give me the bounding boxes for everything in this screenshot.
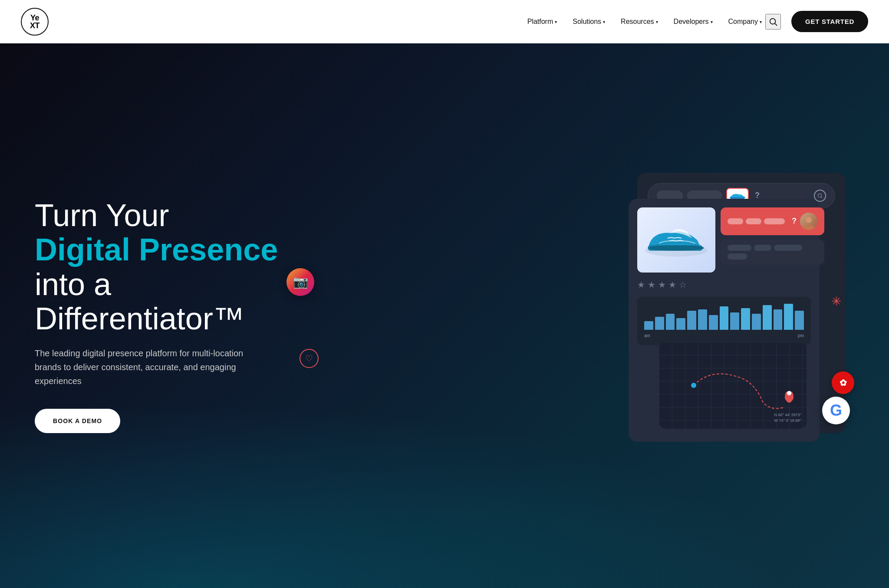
query-card-red: ? xyxy=(721,207,824,235)
gray-pill-3 xyxy=(774,245,802,251)
logo-text: Ye XT xyxy=(30,14,40,30)
search-button[interactable] xyxy=(765,14,781,30)
chart-label-pm: pm xyxy=(798,333,804,338)
red-pill-2 xyxy=(746,218,761,224)
chart-bars xyxy=(644,304,804,330)
star-4: ★ xyxy=(668,279,676,290)
chart-bar-2 xyxy=(655,317,664,330)
search-icon xyxy=(768,17,778,26)
question-white: ? xyxy=(792,217,797,226)
shoe-image xyxy=(637,207,715,273)
map-coordinates: N 60° 44' 2973" W 74° 0' 18.88" xyxy=(774,412,801,423)
search-circle-icon xyxy=(814,190,826,202)
nav-item-solutions[interactable]: Solutions ▾ xyxy=(573,18,605,26)
navigation: Ye XT Platform ▾ Solutions ▾ Resources ▾ xyxy=(0,0,889,43)
star-3: ★ xyxy=(658,279,666,290)
hero-subtitle: The leading digital presence platform fo… xyxy=(35,346,260,388)
chart-bar-9 xyxy=(730,312,739,330)
search-loop-icon xyxy=(817,193,823,199)
chart-bar-7 xyxy=(709,315,718,329)
chevron-down-icon: ▾ xyxy=(711,20,713,24)
nav-links: Platform ▾ Solutions ▾ Resources ▾ Devel… xyxy=(527,18,762,26)
map-coord-2: W 74° 0' 18.88" xyxy=(774,418,801,424)
chart-bar-11 xyxy=(752,314,761,330)
svg-point-11 xyxy=(691,383,696,388)
chart-bar-12 xyxy=(763,305,772,330)
chart-bar-13 xyxy=(774,309,783,330)
logo[interactable]: Ye XT xyxy=(21,8,49,36)
hero-illustration: 📷 ? xyxy=(295,164,854,468)
yelp-icon: ✿ xyxy=(840,378,847,388)
title-line2-highlight: Digital Presence xyxy=(35,232,278,267)
get-started-button[interactable]: GET STARTED xyxy=(791,11,868,32)
star-5: ☆ xyxy=(679,279,687,290)
logo-circle: Ye XT xyxy=(21,8,49,36)
svg-point-12 xyxy=(787,391,791,395)
star-2: ★ xyxy=(648,279,655,290)
star-1: ★ xyxy=(637,279,645,290)
person-avatar xyxy=(800,213,817,230)
svg-point-4 xyxy=(818,194,821,197)
chart-label-am: am xyxy=(644,333,650,338)
chevron-down-icon: ▾ xyxy=(656,20,658,24)
nav-item-platform[interactable]: Platform ▾ xyxy=(527,18,557,26)
gray-pill-4 xyxy=(728,253,747,260)
chart-bar-1 xyxy=(644,321,653,330)
nav-item-company[interactable]: Company ▾ xyxy=(728,18,762,26)
red-pill-1 xyxy=(728,218,743,224)
svg-point-0 xyxy=(770,18,776,24)
heart-icon: ♡ xyxy=(300,349,319,368)
chevron-down-icon: ▾ xyxy=(603,20,605,24)
shoe-product-svg xyxy=(642,218,711,262)
hero-title: Turn Your Digital Presence into a Differ… xyxy=(35,198,295,336)
svg-rect-3 xyxy=(730,197,744,199)
avatar-svg xyxy=(801,214,817,230)
query-card-gray xyxy=(721,240,824,265)
nav-item-developers[interactable]: Developers ▾ xyxy=(674,18,713,26)
chart-bar-15 xyxy=(795,311,804,329)
book-demo-button[interactable]: BOOK A DEMO xyxy=(35,409,120,433)
red-pill-3 xyxy=(764,218,785,224)
hero-section: Turn Your Digital Presence into a Differ… xyxy=(0,43,889,588)
chart-card: am pm xyxy=(637,297,811,345)
title-line3: into a xyxy=(35,267,111,302)
title-line1: Turn Your xyxy=(35,198,169,233)
svg-line-5 xyxy=(821,197,822,198)
nav-item-resources[interactable]: Resources ▾ xyxy=(621,18,658,26)
chevron-down-icon: ▾ xyxy=(555,20,557,24)
heart-symbol: ♡ xyxy=(305,353,313,364)
gray-pill-2 xyxy=(754,245,771,251)
title-line4: Differentiator™ xyxy=(35,301,244,336)
chevron-down-icon: ▾ xyxy=(760,20,762,24)
product-card-front: ? xyxy=(629,199,820,442)
chart-bar-10 xyxy=(741,308,750,330)
svg-point-8 xyxy=(649,245,704,251)
map-coord-1: N 60° 44' 2973" xyxy=(774,412,801,418)
chart-bar-14 xyxy=(784,304,793,330)
google-badge: G xyxy=(822,397,850,424)
chart-bar-8 xyxy=(720,306,729,329)
svg-point-10 xyxy=(803,225,815,230)
red-pills xyxy=(728,218,785,224)
google-g-icon: G xyxy=(830,401,842,420)
yelp-badge: ✿ xyxy=(832,371,854,394)
instagram-icon: 📷 xyxy=(293,275,308,289)
shoe-container: ? xyxy=(637,207,811,273)
svg-line-1 xyxy=(775,23,777,26)
chart-bar-4 xyxy=(676,318,685,330)
instagram-badge: 📷 xyxy=(286,268,314,296)
stars-row: ★ ★ ★ ★ ☆ xyxy=(637,278,811,292)
chart-bar-6 xyxy=(698,309,707,330)
gray-pill-1 xyxy=(728,245,751,251)
chart-labels: am pm xyxy=(644,333,804,338)
map-card: N 60° 44' 2973" W 74° 0' 18.88" xyxy=(659,342,807,429)
svg-point-9 xyxy=(806,217,812,223)
hero-content: Turn Your Digital Presence into a Differ… xyxy=(35,198,295,433)
chart-bar-5 xyxy=(687,311,696,329)
chart-bar-3 xyxy=(666,314,675,330)
sparkle-icon: ✳ xyxy=(831,294,841,309)
side-cards: ? xyxy=(721,207,824,273)
